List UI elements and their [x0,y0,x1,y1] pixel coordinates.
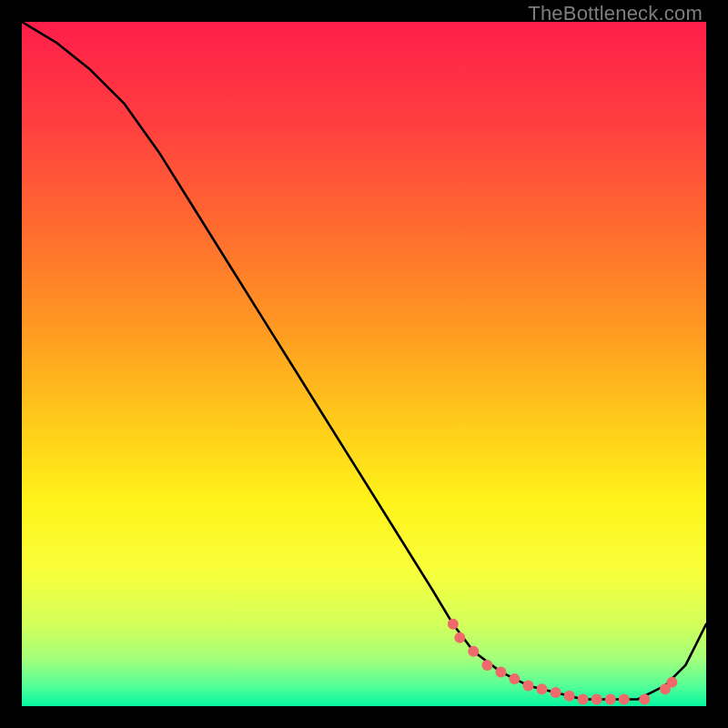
highlight-dot [592,694,602,705]
highlight-dot [619,694,630,705]
gradient-rect [22,22,706,706]
bottleneck-chart [22,22,706,706]
highlight-dot [523,680,534,691]
highlight-dot [509,673,520,684]
highlight-dot [468,646,479,657]
highlight-dot [495,666,506,677]
highlight-dot [454,632,465,643]
highlight-dot [639,694,650,705]
highlight-dot [448,619,459,630]
highlight-dot [605,694,616,705]
highlight-dot [666,677,677,688]
highlight-dot [578,694,589,705]
highlight-dot [537,683,548,694]
highlight-dot [564,691,575,702]
highlight-dot [481,660,492,671]
highlight-dot [551,687,561,698]
